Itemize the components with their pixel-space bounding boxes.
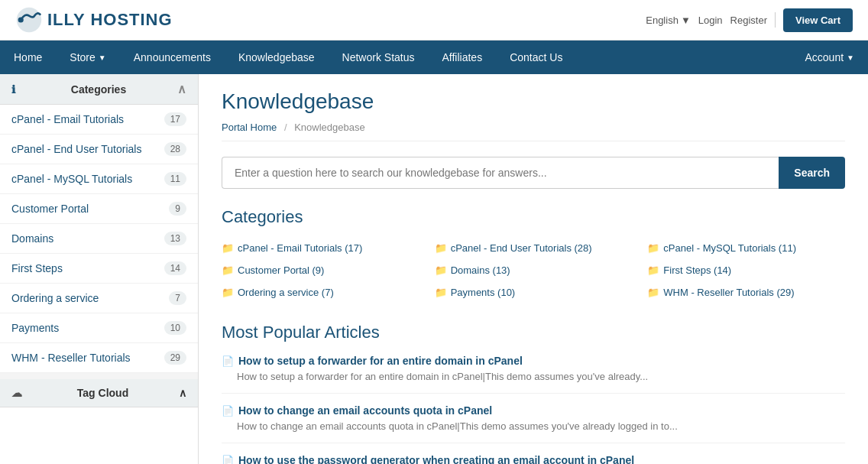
category-link-whm-reseller[interactable]: 📁 WHM - Reseller Tutorials (29) bbox=[647, 284, 845, 301]
breadcrumb-home[interactable]: Portal Home bbox=[222, 122, 277, 133]
sidebar-item-label: First Steps bbox=[11, 262, 63, 274]
account-dropdown-arrow: ▼ bbox=[847, 54, 854, 62]
sidebar-item-customer-portal[interactable]: Customer Portal 9 bbox=[0, 194, 198, 224]
sidebar-item-whm-reseller[interactable]: WHM - Reseller Tutorials 29 bbox=[0, 343, 198, 373]
article-link-1[interactable]: 📄 How to change an email accounts quota … bbox=[222, 404, 845, 417]
sidebar-categories-header: ℹ Categories ∧ bbox=[0, 74, 198, 105]
nav-item-account[interactable]: Account ▼ bbox=[792, 41, 869, 74]
sidebar-tag-cloud-header: ☁ Tag Cloud ∧ bbox=[0, 373, 198, 407]
category-label: Payments (10) bbox=[451, 287, 516, 298]
sidebar-item-payments[interactable]: Payments 10 bbox=[0, 313, 198, 343]
breadcrumb: Portal Home / Knowledgebase bbox=[222, 122, 845, 141]
category-link-domains[interactable]: 📁 Domains (13) bbox=[435, 261, 633, 279]
store-dropdown-arrow: ▼ bbox=[99, 54, 106, 62]
sidebar-item-ordering[interactable]: Ordering a service 7 bbox=[0, 284, 198, 313]
nav-item-announcements[interactable]: Announcements bbox=[120, 41, 225, 74]
tag-cloud-collapse-icon[interactable]: ∧ bbox=[179, 387, 186, 399]
sidebar-item-cpanel-enduser[interactable]: cPanel - End User Tutorials 28 bbox=[0, 135, 198, 164]
main-layout: ℹ Categories ∧ cPanel - Email Tutorials … bbox=[0, 74, 868, 464]
sidebar-item-label: cPanel - Email Tutorials bbox=[11, 113, 124, 125]
folder-icon: 📁 bbox=[222, 287, 234, 298]
category-label: Domains (13) bbox=[451, 264, 510, 276]
sidebar-item-cpanel-email[interactable]: cPanel - Email Tutorials 17 bbox=[0, 105, 198, 135]
nav-item-home[interactable]: Home bbox=[0, 41, 56, 74]
category-link-ordering[interactable]: 📁 Ordering a service (7) bbox=[222, 284, 419, 301]
article-item-1: 📄 How to change an email accounts quota … bbox=[222, 404, 845, 443]
sidebar-item-first-steps[interactable]: First Steps 14 bbox=[0, 254, 198, 284]
sidebar-item-count: 29 bbox=[164, 351, 186, 365]
breadcrumb-separator: / bbox=[284, 122, 287, 133]
category-link-cpanel-mysql[interactable]: 📁 cPanel - MySQL Tutorials (11) bbox=[647, 239, 845, 257]
top-right-actions: English ▼ Login Register View Cart bbox=[646, 8, 853, 32]
article-excerpt: How to change an email accounts quota in… bbox=[222, 420, 845, 433]
article-link-0[interactable]: 📄 How to setup a forwarder for an entire… bbox=[222, 355, 845, 367]
sidebar-item-count: 9 bbox=[169, 202, 186, 216]
doc-icon: 📄 bbox=[222, 355, 234, 367]
article-link-2[interactable]: 📄 How to use the password generator when… bbox=[222, 454, 845, 464]
article-title: How to use the password generator when c… bbox=[238, 454, 634, 464]
sidebar-item-label: Ordering a service bbox=[11, 292, 99, 304]
language-selector[interactable]: English ▼ bbox=[646, 15, 691, 26]
sidebar-item-count: 17 bbox=[164, 112, 186, 126]
category-link-customer-portal[interactable]: 📁 Customer Portal (9) bbox=[222, 261, 419, 279]
folder-icon: 📁 bbox=[222, 242, 234, 254]
sidebar-item-count: 14 bbox=[164, 261, 186, 275]
main-content: Knowledgebase Portal Home / Knowledgebas… bbox=[199, 74, 868, 464]
sidebar-item-label: Customer Portal bbox=[11, 203, 89, 215]
main-nav: Home Store ▼ Announcements Knowledgebase… bbox=[0, 41, 868, 74]
view-cart-button[interactable]: View Cart bbox=[783, 8, 853, 32]
category-label: cPanel - End User Tutorials (28) bbox=[451, 242, 592, 254]
logo[interactable]: ILLY HOSTING bbox=[15, 6, 173, 34]
folder-icon: 📁 bbox=[435, 287, 447, 298]
english-label: English bbox=[646, 15, 679, 26]
cloud-icon: ☁ bbox=[11, 387, 22, 399]
categories-header-icon: ℹ bbox=[11, 83, 15, 96]
category-link-cpanel-email[interactable]: 📁 cPanel - Email Tutorials (17) bbox=[222, 239, 419, 257]
popular-articles-title: Most Popular Articles bbox=[222, 323, 845, 342]
article-title: How to change an email accounts quota in… bbox=[238, 404, 492, 417]
nav-item-network-status[interactable]: Network Status bbox=[329, 41, 429, 74]
register-link[interactable]: Register bbox=[730, 15, 767, 26]
sidebar-item-count: 7 bbox=[169, 291, 186, 305]
doc-icon: 📄 bbox=[222, 405, 234, 417]
language-dropdown-arrow: ▼ bbox=[681, 15, 691, 26]
article-excerpt: How to setup a forwarder for an entire d… bbox=[222, 370, 845, 384]
category-label: cPanel - Email Tutorials (17) bbox=[238, 242, 362, 254]
sidebar-item-count: 28 bbox=[164, 142, 186, 156]
sidebar-item-count: 10 bbox=[164, 321, 186, 335]
category-label: Ordering a service (7) bbox=[238, 287, 334, 298]
sidebar-categories-title: Categories bbox=[71, 83, 126, 96]
categories-section-title: Categories bbox=[222, 207, 845, 227]
sidebar-item-cpanel-mysql[interactable]: cPanel - MySQL Tutorials 11 bbox=[0, 164, 198, 194]
nav-item-knowledgebase[interactable]: Knowledgebase bbox=[225, 41, 329, 74]
search-bar: Search bbox=[222, 157, 845, 189]
article-title: How to setup a forwarder for an entire d… bbox=[238, 355, 523, 367]
sidebar-item-label: cPanel - MySQL Tutorials bbox=[11, 173, 132, 185]
breadcrumb-current: Knowledgebase bbox=[294, 122, 365, 133]
category-label: WHM - Reseller Tutorials (29) bbox=[663, 287, 794, 298]
logo-icon bbox=[15, 6, 43, 34]
sidebar-item-domains[interactable]: Domains 13 bbox=[0, 224, 198, 254]
folder-icon: 📁 bbox=[435, 264, 447, 276]
folder-icon: 📁 bbox=[435, 242, 447, 254]
top-bar: ILLY HOSTING English ▼ Login Register Vi… bbox=[0, 0, 868, 41]
article-item-0: 📄 How to setup a forwarder for an entire… bbox=[222, 355, 845, 394]
page-title: Knowledgebase bbox=[222, 89, 845, 114]
nav-item-affiliates[interactable]: Affiliates bbox=[429, 41, 497, 74]
category-label: Customer Portal (9) bbox=[238, 264, 324, 276]
category-link-payments[interactable]: 📁 Payments (10) bbox=[435, 284, 633, 301]
nav-item-store[interactable]: Store ▼ bbox=[56, 41, 119, 74]
search-button[interactable]: Search bbox=[779, 157, 845, 189]
folder-icon: 📁 bbox=[647, 242, 659, 254]
login-link[interactable]: Login bbox=[698, 15, 723, 26]
doc-icon: 📄 bbox=[222, 455, 234, 464]
categories-grid: 📁 cPanel - Email Tutorials (17) 📁 cPanel… bbox=[222, 239, 845, 301]
nav-item-contact-us[interactable]: Contact Us bbox=[496, 41, 576, 74]
sidebar-collapse-icon[interactable]: ∧ bbox=[177, 82, 186, 96]
category-link-first-steps[interactable]: 📁 First Steps (14) bbox=[647, 261, 845, 279]
svg-point-1 bbox=[18, 17, 24, 22]
search-input[interactable] bbox=[222, 157, 779, 189]
tag-cloud-title: Tag Cloud bbox=[77, 387, 128, 399]
sidebar: ℹ Categories ∧ cPanel - Email Tutorials … bbox=[0, 74, 199, 464]
category-link-cpanel-enduser[interactable]: 📁 cPanel - End User Tutorials (28) bbox=[435, 239, 633, 257]
